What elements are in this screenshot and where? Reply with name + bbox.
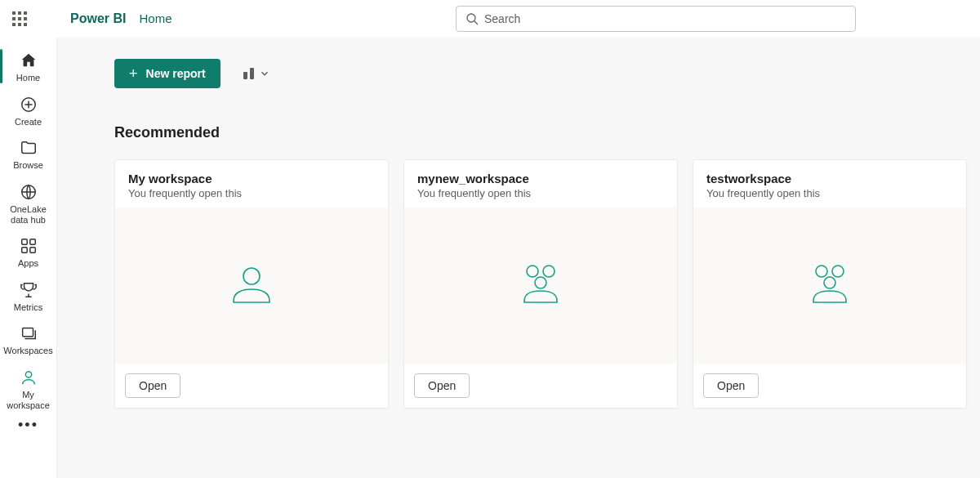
- open-button[interactable]: Open: [125, 373, 180, 398]
- svg-point-18: [824, 277, 835, 288]
- create-icon: [19, 95, 38, 114]
- more-icon[interactable]: •••: [18, 417, 38, 434]
- brand-name[interactable]: Power BI: [70, 11, 126, 26]
- sidebar-item-metrics[interactable]: Metrics: [0, 274, 56, 318]
- home-icon: [19, 51, 38, 70]
- svg-point-13: [527, 266, 538, 277]
- sidebar-item-workspaces[interactable]: Workspaces: [0, 317, 56, 361]
- card-subtitle: You frequently open this: [706, 187, 953, 199]
- search-wrap: [456, 6, 856, 32]
- card-title: testworkspace: [706, 172, 953, 185]
- svg-point-11: [25, 372, 31, 377]
- app-launcher-icon[interactable]: [10, 9, 29, 29]
- search-icon: [466, 12, 479, 25]
- svg-point-17: [832, 266, 844, 277]
- sidebar: Home Create Browse OneLake data hub Apps: [0, 38, 57, 478]
- chevron-down-icon: [259, 68, 270, 79]
- search-input[interactable]: [456, 6, 856, 32]
- sidebar-item-create[interactable]: Create: [0, 88, 56, 132]
- svg-rect-10: [22, 328, 33, 337]
- plus-icon: +: [129, 66, 138, 81]
- card-subtitle: You frequently open this: [128, 187, 375, 199]
- workspace-card[interactable]: mynew_workspace You frequently open this…: [403, 159, 678, 409]
- workspace-card[interactable]: testworkspace You frequently open this O…: [693, 159, 967, 409]
- breadcrumb-page[interactable]: Home: [139, 11, 172, 25]
- workspace-card[interactable]: My workspace You frequently open this Op…: [114, 159, 389, 409]
- svg-rect-8: [21, 248, 26, 252]
- sidebar-item-onelake[interactable]: OneLake data hub: [0, 176, 56, 230]
- card-title: My workspace: [128, 172, 375, 185]
- svg-point-16: [816, 266, 827, 277]
- group-workspace-icon: [514, 258, 567, 314]
- svg-point-15: [535, 277, 546, 288]
- layout-icon: [243, 68, 254, 79]
- sidebar-item-label: Metrics: [14, 302, 42, 313]
- person-workspace-icon: [225, 258, 278, 314]
- layout-switcher[interactable]: [243, 68, 270, 79]
- main-content: + New report Recommended My workspace Yo…: [57, 38, 980, 478]
- svg-line-1: [474, 21, 478, 25]
- sidebar-item-home[interactable]: Home: [0, 44, 56, 88]
- brand: Power BI Home: [70, 11, 172, 26]
- recommended-title: Recommended: [114, 124, 980, 141]
- toolbar: + New report: [57, 59, 980, 88]
- new-report-button[interactable]: + New report: [114, 59, 220, 88]
- sidebar-item-label: Apps: [18, 258, 38, 269]
- workspaces-icon: [19, 324, 38, 343]
- sidebar-item-label: OneLake data hub: [2, 204, 55, 225]
- top-header: Power BI Home: [0, 0, 980, 38]
- svg-point-14: [543, 266, 555, 277]
- svg-point-0: [467, 14, 475, 22]
- onelake-icon: [19, 182, 38, 202]
- sidebar-item-label: Home: [16, 73, 40, 83]
- svg-rect-6: [21, 239, 26, 244]
- sidebar-item-label: Workspaces: [3, 346, 52, 356]
- card-title: mynew_workspace: [417, 172, 664, 185]
- svg-point-12: [243, 268, 260, 284]
- sidebar-item-label: Create: [15, 117, 42, 127]
- new-report-label: New report: [146, 67, 206, 80]
- person-icon: [19, 368, 38, 387]
- sidebar-item-label: Browse: [13, 160, 43, 171]
- sidebar-item-browse[interactable]: Browse: [0, 132, 56, 176]
- sidebar-item-apps[interactable]: Apps: [0, 230, 56, 274]
- recommended-cards: My workspace You frequently open this Op…: [57, 159, 980, 409]
- open-button[interactable]: Open: [414, 373, 470, 398]
- folder-icon: [19, 138, 38, 158]
- apps-icon: [19, 236, 38, 256]
- group-workspace-icon: [804, 258, 856, 314]
- sidebar-item-label: My workspace: [2, 390, 55, 410]
- metrics-icon: [19, 280, 38, 300]
- card-subtitle: You frequently open this: [417, 187, 664, 199]
- svg-rect-9: [29, 248, 34, 252]
- svg-rect-7: [29, 239, 34, 244]
- sidebar-item-my-workspace[interactable]: My workspace: [0, 361, 56, 415]
- open-button[interactable]: Open: [703, 373, 759, 398]
